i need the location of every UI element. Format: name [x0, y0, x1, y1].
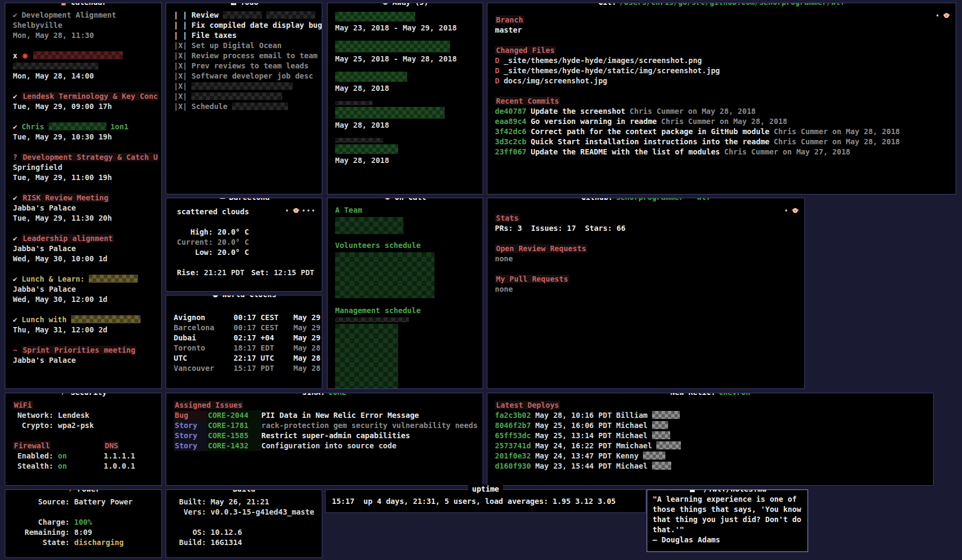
deploy-row: 201f0e32May 24, 13:47 PDTKenny — [495, 451, 927, 461]
jira-issue-row[interactable]: StoryCORE-1781rack-protection gem securi… — [174, 421, 476, 431]
dns-primary: 1.1.1.1 — [104, 451, 155, 461]
calendar-event[interactable]: ✔Development Alignment Shelbyville Mon, … — [13, 10, 155, 41]
clock-time: 15:17 PDT — [234, 363, 293, 374]
jira-issue-row[interactable]: StoryCORE-1585Restrict super-admin capab… — [174, 431, 476, 441]
calendar-event[interactable]: ?Development Strategy & Catch U Springfi… — [13, 152, 155, 183]
event-location: Springfield — [13, 162, 155, 173]
todo-item[interactable]: |X| — [174, 81, 315, 91]
todo-item[interactable]: |X|Prev reviews to team leads — [174, 61, 315, 71]
clown-icon — [943, 12, 950, 19]
commit-row[interactable]: de40787Update the screenshotChris Cummer… — [495, 106, 949, 116]
built-value: May 26, 21:21 — [211, 497, 269, 506]
redacted-name — [335, 41, 450, 52]
event-mark: ✔ — [13, 274, 17, 284]
redacted-text — [33, 51, 123, 59]
todo-text: Fix compiled date display bug — [191, 20, 322, 30]
redacted-schedule — [335, 217, 404, 234]
todo-checkbox[interactable]: |X| — [174, 81, 187, 91]
away-dates: May 28, 2018 — [335, 83, 476, 94]
calendar-event[interactable]: ✔Chris1on1 Tue, May 29, 10:30 19h — [13, 122, 155, 142]
away-entry: May 23, 2018 - May 29, 2018 — [335, 12, 476, 33]
redacted-text — [13, 63, 98, 69]
deploy-when: May 25, 13:14 PDT — [535, 431, 611, 441]
network-label: Network: — [13, 411, 58, 419]
redacted-text — [652, 431, 670, 439]
calendar-event[interactable]: ✔Lunch & Learn: Jabba's Palace Wed, May … — [13, 274, 155, 305]
commit-row[interactable]: eaa89c4Go version warning in readmeChris… — [495, 116, 949, 127]
low-value: 20.0° C — [218, 248, 249, 256]
event-mark: ✔ — [13, 122, 17, 132]
build-value: 16G1314 — [211, 538, 242, 547]
todo-checkbox[interactable]: | | — [174, 30, 187, 41]
todo-checkbox[interactable]: | | — [174, 20, 187, 30]
deploy-who: Michael — [616, 461, 648, 471]
redacted-text — [652, 462, 671, 470]
issue-summary: Configuration into source code — [261, 441, 476, 451]
file-status: D — [495, 76, 499, 86]
file-status: D — [495, 56, 499, 66]
changed-file-row[interactable]: D_site/themes/hyde-hyde/images/screensho… — [495, 56, 949, 66]
event-title: Lendesk Terminology & Key Conc — [21, 92, 159, 100]
away-entry: May 28, 2018 — [335, 138, 476, 166]
commit-row[interactable]: 23ff067Update the README with the list o… — [495, 147, 949, 157]
clock-city: Dubai — [174, 333, 234, 343]
todo-checkbox[interactable]: |X| — [174, 41, 187, 51]
event-date: Tue, May 29, 09:00 17h — [13, 102, 155, 112]
todo-checkbox[interactable]: | | — [174, 10, 187, 20]
todo-item[interactable]: |X|Software developer job desc — [174, 71, 315, 81]
todo-text: File taxes — [191, 30, 236, 41]
remaining-value: 8:09 — [74, 528, 92, 536]
todo-checkbox[interactable]: |X| — [174, 51, 187, 61]
todo-item[interactable]: |X|Review process email to team — [174, 51, 315, 61]
event-mark: ✔ — [13, 10, 17, 20]
event-title: Lunch & Learn: — [21, 274, 84, 284]
todo-checkbox[interactable]: |X| — [174, 91, 187, 102]
todo-checkbox[interactable]: |X| — [174, 61, 187, 71]
todo-checkbox[interactable]: |X| — [174, 102, 187, 112]
state-value: discharging — [74, 538, 124, 547]
todo-item[interactable]: | |File taxes — [174, 30, 315, 41]
commit-meta: Chris Cummer on May 28, 2018 — [774, 127, 900, 137]
todo-item[interactable]: |X|Set up Digital Ocean — [174, 41, 315, 51]
todo-item[interactable]: | |Review — [174, 10, 315, 20]
todo-text: Set up Digital Ocean — [191, 41, 282, 51]
jira-issue-row[interactable]: BugCORE-2044PII Data in New Relic Error … — [174, 410, 476, 421]
latest-deploys-label: Latest Deploys — [495, 401, 560, 409]
jira-issue-row[interactable]: StoryCORE-1432Configuration into source … — [174, 441, 476, 451]
changed-file-row[interactable]: Ddocs/img/screenshot.jpg — [495, 76, 949, 86]
dot-icon: • — [285, 208, 290, 214]
calendar-event[interactable]: ✔RISK Review Meeting Jabba's Palace Tue,… — [13, 193, 155, 223]
notes-quote[interactable]: "A learning experience is one of those t… — [653, 494, 803, 535]
calendar-event[interactable]: x Mon, May 28, 14:00 — [13, 51, 155, 81]
remaining-label: Remaining: — [25, 528, 74, 536]
issue-type: Story — [174, 441, 207, 451]
changed-file-row[interactable]: D_site/themes/hyde-hyde/static/img/scree… — [495, 66, 949, 76]
todo-item[interactable]: | |Fix compiled date display bug — [174, 20, 315, 30]
redacted-name — [335, 12, 415, 21]
commit-row[interactable]: 3f42dc6Correct path for the context pack… — [495, 127, 949, 137]
commit-hash: 23ff067 — [495, 147, 526, 157]
redacted-schedule — [335, 252, 435, 298]
calendar-event[interactable]: ~Sprint Priorities meeting Jabba's Palac… — [13, 345, 155, 365]
todo-checkbox[interactable]: |X| — [174, 71, 187, 81]
calendar-event[interactable]: ✔Lendesk Terminology & Key Conc Tue, May… — [13, 91, 155, 112]
panel-github: Github: senorprogrammer - wtf • Stats PR… — [487, 198, 805, 389]
open-review-label: Open Review Requests — [495, 244, 587, 253]
commit-meta: Chris Cummer on May 28, 2018 — [630, 106, 756, 116]
todo-item[interactable]: |X| — [174, 91, 315, 102]
redacted-text — [71, 315, 141, 323]
commit-message: Update the README with the list of modul… — [531, 147, 720, 157]
deploy-when: May 24, 13:47 PDT — [535, 451, 611, 461]
clock-city: Toronto — [174, 343, 234, 353]
deploy-when: May 28, 10:16 PDT — [535, 410, 611, 421]
todo-item[interactable]: |X|Schedule — [174, 102, 315, 112]
panel-notes[interactable]: ~/.wtf/notes.md "A learning experience i… — [647, 489, 808, 552]
oncall-team-label: A Team — [335, 205, 476, 215]
commit-hash: 3d3c2cb — [495, 137, 526, 147]
calendar-event[interactable]: ✔Lunch with Thu, May 31, 12:00 2d — [13, 315, 155, 335]
commit-row[interactable]: 3d3c2cbQuick Start installation instruct… — [495, 137, 949, 147]
event-mark: ✔ — [13, 91, 17, 102]
calendar-event[interactable]: ✔Leadership alignment Jabba's Palace Wed… — [13, 234, 155, 264]
redacted-text — [656, 441, 681, 449]
assigned-issues-label: Assigned Issues — [174, 401, 243, 409]
